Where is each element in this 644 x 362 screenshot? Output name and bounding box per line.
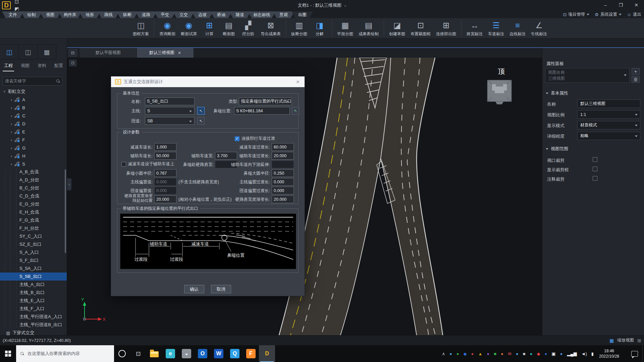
tree-connection-item[interactable]: C_D_合流 bbox=[0, 192, 67, 200]
ribbon-tab[interactable]: 景观 bbox=[273, 11, 294, 18]
pick-ramp-button[interactable]: ↖ bbox=[197, 117, 205, 125]
tree-connection-item[interactable]: S_SA_入口 bbox=[0, 264, 67, 273]
tray-icon[interactable]: ◄) bbox=[581, 351, 587, 356]
tree-route-item[interactable]: C bbox=[0, 112, 67, 120]
tree-connection-item[interactable]: S_A_入口 bbox=[0, 248, 67, 256]
tree-route-item[interactable]: S bbox=[0, 160, 67, 168]
close-tab-icon[interactable]: ✕ bbox=[178, 51, 181, 55]
add-view-button[interactable]: + bbox=[632, 68, 640, 75]
ribbon-button[interactable]: ▤ 成果表绘制 bbox=[356, 18, 381, 38]
taskbar-app-icon[interactable]: ◒ bbox=[178, 345, 195, 362]
main-offset-transition-input[interactable] bbox=[272, 178, 294, 186]
tray-icon[interactable]: ● bbox=[530, 351, 533, 356]
tree-route-item[interactable]: A bbox=[0, 96, 67, 104]
tray-icon[interactable]: ▮ bbox=[591, 351, 594, 356]
ribbon-tab[interactable]: 隧道 bbox=[229, 11, 251, 18]
view-name-input[interactable] bbox=[577, 100, 640, 108]
tree-connection-item[interactable]: 主线_A_出口 bbox=[0, 281, 67, 289]
project-manage-menu[interactable]: ⊡ 项目管理 bbox=[563, 12, 589, 17]
logout-button[interactable]: ☺ 退出 bbox=[627, 12, 641, 17]
panel-check-row[interactable]: 显示裁剪框 bbox=[542, 165, 644, 174]
tray-icon[interactable]: ● bbox=[449, 351, 452, 356]
tray-icon[interactable]: ● bbox=[544, 351, 547, 356]
ramp-select[interactable]: SB bbox=[145, 117, 195, 125]
tray-icon[interactable]: ■ bbox=[494, 351, 496, 356]
ribbon-button[interactable]: ▦ 平面分图 bbox=[334, 18, 356, 38]
task-view-button[interactable]: ⊡ bbox=[130, 345, 146, 362]
ribbon-button[interactable]: ◉ 断面试算 bbox=[178, 18, 200, 38]
panel-check-row[interactable]: 视口裁剪 bbox=[542, 156, 644, 165]
checkbox-icon[interactable] bbox=[593, 157, 597, 162]
zoom-view-button[interactable]: 缩放视图 bbox=[617, 338, 634, 343]
ribbon-tab[interactable]: 路线 bbox=[98, 11, 119, 18]
ribbon-tab[interactable]: 出图 bbox=[292, 11, 313, 18]
sidebar-collapse-handle[interactable]: ‹ bbox=[67, 178, 71, 190]
aux-downstream-input[interactable] bbox=[272, 161, 294, 168]
ribbon-tab[interactable]: 平交 bbox=[154, 11, 176, 18]
view-layout-icon[interactable]: ⊟ bbox=[68, 49, 77, 57]
aux-lane-transition-input[interactable] bbox=[272, 152, 294, 160]
sidebar-tab[interactable]: 配置 bbox=[50, 63, 67, 70]
tray-icon[interactable]: ● bbox=[487, 351, 489, 356]
taskbar-app-icon[interactable]: W bbox=[211, 345, 227, 362]
view-tab[interactable]: 默认三维视图 ✕ bbox=[137, 48, 194, 58]
tree-connection-item[interactable]: 主线_F_入口 bbox=[0, 305, 67, 313]
tree-connection-item[interactable]: SZ_E_出口 bbox=[0, 240, 67, 248]
ribbon-tab[interactable]: 视图 bbox=[40, 11, 61, 18]
tree-connection-item[interactable]: A_D_分岔 bbox=[0, 176, 67, 184]
start-button[interactable] bbox=[0, 345, 16, 362]
sidebar-search[interactable] bbox=[3, 77, 62, 85]
mainline-select[interactable]: S bbox=[145, 107, 195, 115]
taskbar-app-icon[interactable]: Q bbox=[227, 345, 243, 362]
view-list-button[interactable]: ☰ bbox=[632, 76, 640, 83]
tray-icon[interactable]: ▂▄▆ bbox=[567, 351, 577, 356]
search-input[interactable] bbox=[5, 79, 56, 83]
view-scale-select[interactable]: 1:1 bbox=[577, 110, 640, 119]
ramp-offset-transition-input[interactable] bbox=[272, 187, 294, 194]
ribbon-button[interactable]: ≡ 边线标注 bbox=[507, 18, 528, 38]
panel-layout-icon[interactable]: ◫ bbox=[0, 45, 19, 59]
tray-icon[interactable]: ● bbox=[457, 351, 459, 356]
ribbon-tab[interactable]: 立交 bbox=[173, 11, 195, 18]
section-view-range[interactable]: 视图范围 bbox=[546, 146, 568, 152]
ribbon-button[interactable]: ⊞ 连接部出图 bbox=[433, 18, 459, 38]
tree-connection-item[interactable]: SY_C_入口 bbox=[0, 232, 67, 240]
tree-connection-item[interactable]: ▥ 下穿式立交 bbox=[0, 329, 67, 335]
aux-lane-width-input[interactable] bbox=[215, 152, 237, 160]
taskbar-clock[interactable]: 18:46 2022/10/28 bbox=[595, 348, 623, 359]
ribbon-tab[interactable]: 文件 bbox=[2, 11, 23, 18]
cancel-button[interactable]: 取消 bbox=[211, 285, 231, 293]
sidebar-tab[interactable]: 资料 bbox=[34, 63, 50, 70]
ribbon-button[interactable]: ▥ 纵断分图 bbox=[288, 18, 310, 38]
panel-check-row[interactable]: 注释裁剪 bbox=[542, 175, 644, 183]
dec-lane-length-input[interactable] bbox=[154, 143, 176, 151]
ribbon-button[interactable]: ⊠ 导出成果表 bbox=[258, 18, 283, 38]
sidebar-tab[interactable]: 工程 bbox=[0, 63, 17, 70]
ribbon-button[interactable]: ↔ 路宽标注 bbox=[464, 18, 485, 38]
system-settings-menu[interactable]: ⚙ 系统设置 bbox=[595, 12, 622, 17]
ribbon-button[interactable]: ▤ 断面图 bbox=[219, 18, 238, 38]
type-select[interactable]: 指定鼻端位置的平行式出口 bbox=[239, 98, 292, 105]
ribbon-button[interactable]: ◫ 图框方案 bbox=[130, 18, 152, 38]
checkbox-icon[interactable] bbox=[121, 162, 126, 167]
view-name-box[interactable]: 视图名称 三维视图 bbox=[545, 68, 630, 83]
tree-connection-item[interactable]: A_B_合流 bbox=[0, 168, 67, 176]
restore-button[interactable]: ❐ bbox=[613, 0, 629, 10]
tree-connection-item[interactable]: 主线_平行匝道A_入口 bbox=[0, 313, 67, 321]
taskbar-app-icon[interactable]: O bbox=[195, 345, 211, 362]
dialog-close-icon[interactable]: ✕ bbox=[294, 79, 301, 85]
detail-level-select[interactable]: 粗略 bbox=[577, 132, 640, 140]
ribbon-button[interactable]: ◉ 查询断面 bbox=[157, 18, 178, 38]
tray-icon[interactable]: ∧ bbox=[442, 351, 445, 356]
dec-lane-transition-input[interactable] bbox=[272, 143, 294, 151]
tray-icon[interactable]: ● bbox=[501, 351, 503, 356]
tray-icon[interactable]: ◆ bbox=[537, 351, 540, 356]
ribbon-tab[interactable]: 地形 bbox=[79, 11, 101, 18]
ribbon-button[interactable]: ∠ 引线标注 bbox=[528, 18, 550, 38]
tray-icon[interactable]: ● bbox=[516, 351, 519, 356]
tree-connection-item[interactable]: E_G_分岔 bbox=[0, 200, 67, 208]
panel-layout-icon[interactable]: ▦ bbox=[38, 45, 56, 59]
ribbon-tab[interactable]: 桥涵 bbox=[211, 11, 232, 18]
pick-nose-button[interactable]: ↖ bbox=[292, 107, 299, 115]
confirm-button[interactable]: 确认 bbox=[184, 285, 204, 293]
